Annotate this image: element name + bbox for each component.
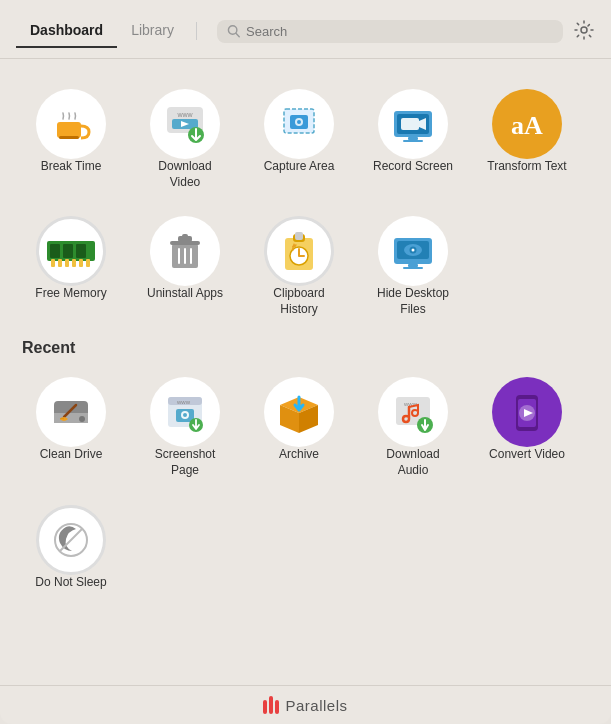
svg-rect-25 (72, 259, 76, 267)
hide-desktop-files-label: Hide DesktopFiles (377, 286, 449, 317)
svg-point-2 (581, 27, 587, 33)
svg-point-13 (297, 120, 301, 124)
search-bar[interactable] (217, 20, 563, 43)
recent-section-label: Recent (22, 339, 595, 357)
svg-rect-26 (79, 259, 83, 267)
main-grid: Break Time www (16, 77, 595, 327)
tab-separator (196, 22, 197, 40)
free-memory-label: Free Memory (35, 286, 106, 302)
break-time-label: Break Time (41, 159, 102, 175)
footer: Parallels (0, 685, 611, 724)
svg-rect-23 (58, 259, 62, 267)
clipboard-history-icon (264, 216, 334, 286)
svg-rect-29 (63, 244, 73, 258)
record-screen-label: Record Screen (373, 159, 453, 175)
record-screen-icon (378, 89, 448, 159)
content-area: Break Time www (0, 59, 611, 685)
break-time-icon (36, 89, 106, 159)
svg-rect-30 (76, 244, 86, 258)
capture-area-icon (264, 89, 334, 159)
download-video-item[interactable]: www DownloadVideo (130, 77, 240, 200)
break-time-item[interactable]: Break Time (16, 77, 126, 200)
hide-desktop-icon (378, 216, 448, 286)
capture-area-label: Capture Area (264, 159, 335, 175)
transform-text-item[interactable]: aA Transform Text (472, 77, 582, 200)
svg-rect-34 (182, 234, 188, 238)
clipboard-history-label: ClipboardHistory (273, 286, 324, 317)
svg-rect-40 (295, 232, 303, 240)
settings-button[interactable] (573, 19, 595, 44)
free-memory-item[interactable]: Free Memory (16, 204, 126, 327)
header: Dashboard Library (0, 0, 611, 48)
svg-text:www: www (176, 399, 191, 405)
app-window: Dashboard Library (0, 0, 611, 724)
svg-rect-4 (59, 136, 79, 139)
screenshot-page-label: ScreenshotPage (155, 447, 216, 478)
clipboard-history-item[interactable]: ClipboardHistory (244, 204, 354, 327)
convert-video-label: Convert Video (489, 447, 565, 463)
svg-text:aA: aA (511, 111, 543, 140)
do-not-sleep-icon (36, 505, 106, 575)
do-not-sleep-item[interactable]: Do Not Sleep (16, 493, 126, 601)
uninstall-apps-label: Uninstall Apps (147, 286, 223, 302)
svg-rect-3 (57, 122, 81, 138)
recent-grid: Clean Drive www (16, 365, 595, 600)
search-icon (227, 24, 240, 38)
screenshot-page-icon: www (150, 377, 220, 447)
hide-desktop-files-item[interactable]: Hide DesktopFiles (358, 204, 468, 327)
record-screen-item[interactable]: Record Screen (358, 77, 468, 200)
svg-rect-24 (65, 259, 69, 267)
capture-area-item[interactable]: Capture Area (244, 77, 354, 200)
uninstall-apps-icon (150, 216, 220, 286)
parallels-bars-icon (263, 696, 279, 714)
tab-bar: Dashboard Library (16, 14, 188, 48)
tab-dashboard[interactable]: Dashboard (16, 14, 117, 48)
svg-line-1 (236, 33, 239, 36)
do-not-sleep-label: Do Not Sleep (35, 575, 106, 591)
free-memory-icon (36, 216, 106, 286)
clean-drive-label: Clean Drive (40, 447, 103, 463)
svg-text:www: www (176, 111, 193, 118)
svg-point-59 (183, 413, 187, 417)
parallels-text: Parallels (285, 697, 347, 714)
download-audio-label: DownloadAudio (386, 447, 439, 478)
clean-drive-item[interactable]: Clean Drive (16, 365, 126, 488)
clean-drive-icon (36, 377, 106, 447)
archive-icon (264, 377, 334, 447)
download-video-icon: www (150, 89, 220, 159)
parallels-logo: Parallels (263, 696, 347, 714)
svg-point-52 (79, 416, 85, 422)
transform-text-label: Transform Text (487, 159, 566, 175)
svg-rect-28 (50, 244, 60, 258)
convert-video-item[interactable]: Convert Video (472, 365, 582, 488)
download-audio-item[interactable]: www DownloadAudio (358, 365, 468, 488)
convert-video-icon (492, 377, 562, 447)
search-input[interactable] (246, 24, 553, 39)
transform-text-icon: aA (492, 89, 562, 159)
svg-rect-27 (86, 259, 90, 267)
uninstall-apps-item[interactable]: Uninstall Apps (130, 204, 240, 327)
download-video-label: DownloadVideo (158, 159, 211, 190)
screenshot-page-item[interactable]: www ScreenshotPage (130, 365, 240, 488)
svg-rect-19 (403, 140, 423, 142)
archive-item[interactable]: Archive (244, 365, 354, 488)
svg-point-47 (412, 249, 415, 252)
svg-rect-49 (403, 267, 423, 269)
archive-label: Archive (279, 447, 319, 463)
svg-rect-48 (408, 264, 418, 267)
tab-library[interactable]: Library (117, 14, 188, 48)
svg-rect-18 (408, 137, 418, 140)
svg-rect-16 (401, 118, 419, 130)
svg-rect-22 (51, 259, 55, 267)
download-audio-icon: www (378, 377, 448, 447)
